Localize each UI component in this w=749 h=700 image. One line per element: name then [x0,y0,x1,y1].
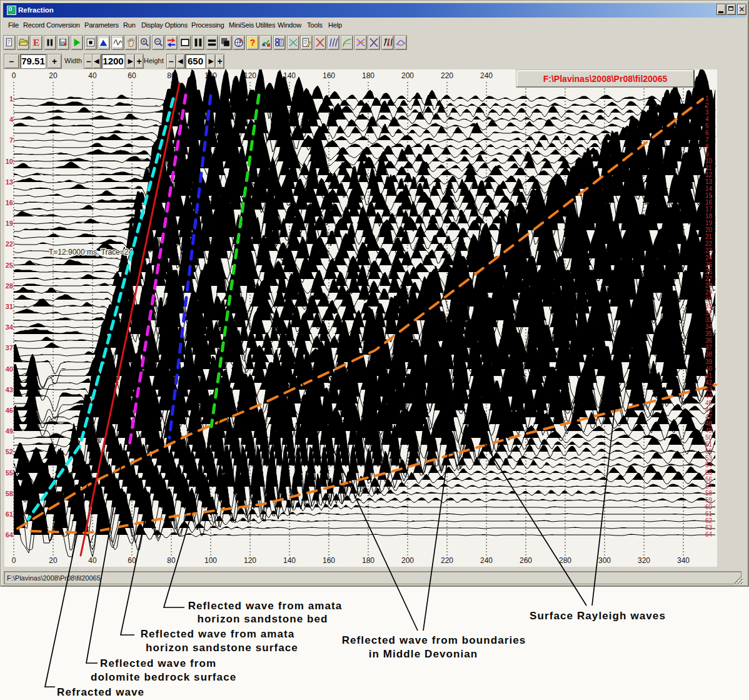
svg-text:horizon sandstone surface: horizon sandstone surface [146,642,298,654]
svg-text:dolomite bedrock surface: dolomite bedrock surface [91,671,236,683]
svg-text:Reflected wave from amata: Reflected wave from amata [188,600,343,612]
svg-text:Reflected wave from amata: Reflected wave from amata [141,628,295,640]
svg-text:Reflected wave from boundaries: Reflected wave from boundaries [342,634,526,646]
svg-text:in Middle Devonian: in Middle Devonian [369,648,478,660]
svg-text:Refracted wave: Refracted wave [57,686,144,698]
svg-text:Surface Rayleigh waves: Surface Rayleigh waves [530,610,666,622]
svg-text:Reflected wave from: Reflected wave from [100,657,216,669]
svg-text:horizon sandstone bed: horizon sandstone bed [197,613,328,625]
